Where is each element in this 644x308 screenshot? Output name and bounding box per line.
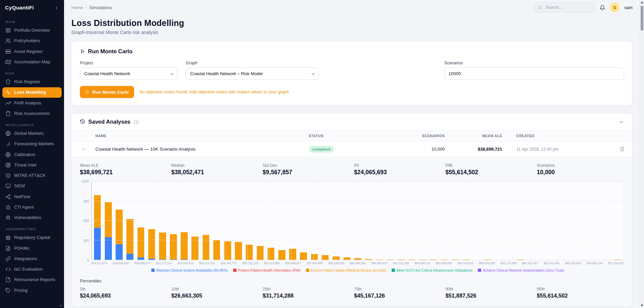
sidebar-collapse-icon[interactable] — [54, 5, 59, 10]
histogram-bar — [450, 182, 461, 260]
sidebar-item-threat-intel[interactable]: Threat Intel — [2, 160, 62, 170]
play-icon — [85, 90, 90, 94]
percentile-stat: 5th$24,065,693 — [80, 287, 167, 299]
histogram-bar — [298, 182, 309, 260]
sidebar-item-portfolio-overview[interactable]: Portfolio Overview — [2, 25, 62, 35]
sidebar-item-calibration[interactable]: Calibration — [2, 150, 62, 160]
avatar[interactable]: S — [610, 3, 619, 12]
sidebar-item-regulatory-capital[interactable]: Regulatory Capital — [2, 233, 62, 243]
sidebar-section-label: UNDERWRITING — [5, 227, 59, 231]
sidebar-item-siem[interactable]: SIEM — [2, 181, 62, 191]
sidebar-item-poams[interactable]: POAMs — [2, 243, 62, 253]
x-axis-tick-label: $52,068,260 — [436, 261, 452, 265]
breadcrumb-home[interactable]: Home — [71, 5, 83, 10]
histogram-bar — [461, 182, 471, 260]
histogram-bar — [146, 182, 157, 260]
sidebar-item-accumulation-map[interactable]: Accumulation Map — [2, 57, 62, 67]
bar-segment — [333, 256, 340, 260]
scrollbar-thumb[interactable] — [641, 6, 643, 31]
x-axis-tick-label: $68,648,104 — [587, 261, 603, 265]
scroll-down-button[interactable] — [641, 303, 643, 308]
histogram-bar — [320, 182, 331, 260]
summary-stat-value: $24,065,693 — [354, 169, 441, 176]
percentile-stat: 90th$51,887,526 — [446, 287, 533, 299]
file-text-icon — [5, 246, 11, 251]
file-icon — [5, 277, 11, 282]
sidebar-item-risk-register[interactable]: Risk Register — [2, 77, 62, 87]
row-expand-icon[interactable] — [81, 147, 86, 152]
histogram-bar — [103, 182, 114, 260]
saved-analyses-header: Saved Analyses (1) — [72, 114, 632, 130]
legend-item: Protect Patient Health Information (PHI) — [233, 268, 301, 272]
summary-stat-label: Scenarios — [537, 163, 624, 168]
analysis-created: 11 Apr 2026, 12:40 pm — [511, 147, 612, 152]
sidebar-item-risk-assessments[interactable]: Risk Assessments — [2, 109, 62, 119]
bar-segment — [441, 259, 448, 260]
sidebar-item-netflow[interactable]: NetFlow — [2, 192, 62, 202]
link-icon — [5, 256, 11, 261]
y-axis-tick-label: 1200 — [82, 180, 89, 183]
histogram-bar — [287, 182, 298, 260]
histogram-bar — [396, 182, 406, 260]
project-label: Project — [80, 61, 178, 65]
sidebar-item-integrations[interactable]: Integrations — [2, 254, 62, 264]
column-header: MEAN ALE — [454, 134, 511, 138]
summary-stat-value: $55,614,502 — [446, 169, 533, 176]
summary-stat-value: 10,000 — [537, 169, 624, 176]
bar-segment — [376, 259, 383, 260]
summary-stat-label: Median — [171, 163, 258, 168]
bar-segment — [213, 240, 220, 260]
gridline — [180, 182, 181, 260]
scenarios-label: Scenarios — [444, 61, 624, 65]
bot-icon — [5, 205, 11, 210]
sidebar-item-global-markets[interactable]: Global Markets — [2, 128, 62, 138]
percentile-stat-label: 75th — [354, 287, 441, 291]
summary-stat: Median$38,052,471 — [171, 163, 258, 176]
scroll-up-button[interactable] — [641, 0, 643, 5]
scenarios-input[interactable] — [444, 67, 624, 80]
legend-swatch — [392, 269, 395, 272]
chart-plot-area — [91, 181, 624, 260]
sidebar-item-fair-analysis[interactable]: FAIR Analysis — [2, 98, 62, 108]
sidebar-item-cti-agent[interactable]: CTI Agent — [2, 202, 62, 212]
bar-segment — [203, 235, 210, 260]
sidebar-item-forecasting-markets[interactable]: Forecasting Markets — [2, 139, 62, 149]
histogram-bar — [504, 182, 515, 260]
histogram-bar — [483, 182, 493, 260]
sidebar-item-vulnerabilities[interactable]: Vulnerabilities — [2, 213, 62, 223]
sidebar-item-policyholders[interactable]: Policyholders — [2, 36, 62, 46]
sidebar-item-reinsurance-reports[interactable]: Reinsurance Reports — [2, 275, 62, 285]
summary-stat: Scenarios10,000 — [537, 163, 624, 176]
column-header: SCENARIOS — [403, 134, 454, 138]
sidebar-item-iac-evaluation[interactable]: IaC Evaluation — [2, 264, 62, 274]
summary-stat-label: P95 — [446, 163, 533, 168]
globe-icon — [5, 131, 11, 136]
bar-segment — [116, 244, 123, 260]
histogram-bar — [125, 182, 135, 260]
sidebar-item-mitre-att-ck[interactable]: MITRE ATT&CK — [2, 171, 62, 181]
delete-icon[interactable] — [620, 147, 625, 152]
bar-segment — [235, 242, 242, 260]
sidebar-item-asset-register[interactable]: Asset Register — [2, 47, 62, 57]
breadcrumb: Home › Simulations — [71, 5, 112, 10]
histogram-bar — [406, 182, 417, 260]
project-select[interactable]: Coastal Health Network — [80, 67, 178, 80]
search-input[interactable] — [545, 5, 591, 10]
bar-segment — [615, 259, 622, 260]
collapse-chevron-icon[interactable] — [619, 119, 624, 125]
histogram-bar — [331, 182, 341, 260]
bar-segment — [159, 233, 166, 259]
share-icon — [5, 194, 11, 199]
graph-select[interactable]: Coastal Health Network – Risk Model — [186, 67, 319, 80]
run-monte-carlo-button[interactable]: Run Monte Carlo — [80, 86, 134, 98]
column-header: STATUS — [302, 134, 403, 138]
histogram-bar — [233, 182, 244, 260]
bell-icon[interactable] — [600, 5, 605, 10]
sidebar-item-pricing[interactable]: Pricing — [2, 285, 62, 296]
bug-icon — [5, 215, 11, 220]
histogram-bar — [558, 182, 569, 260]
sidebar-item-loss-modelling[interactable]: Loss Modelling — [2, 87, 62, 97]
breadcrumb-current: Simulations — [89, 5, 112, 10]
histogram-bar — [255, 182, 266, 260]
bar-segment — [517, 259, 524, 260]
